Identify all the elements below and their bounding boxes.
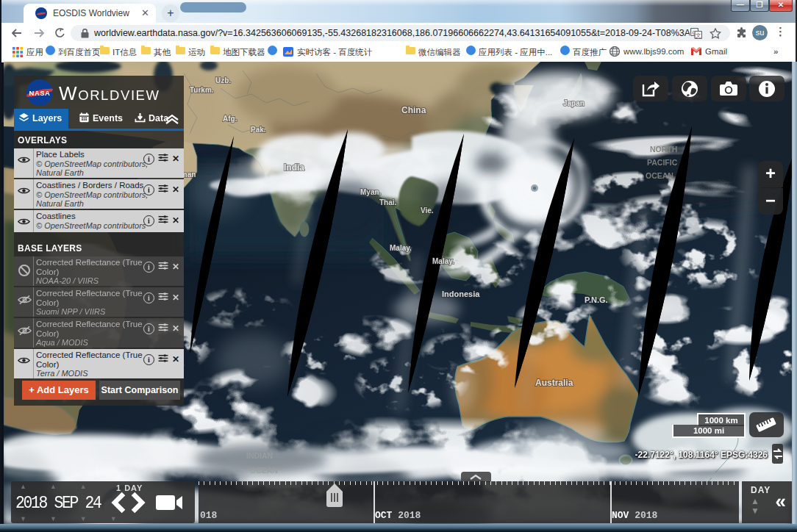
svg-text:NASA: NASA <box>29 89 51 97</box>
